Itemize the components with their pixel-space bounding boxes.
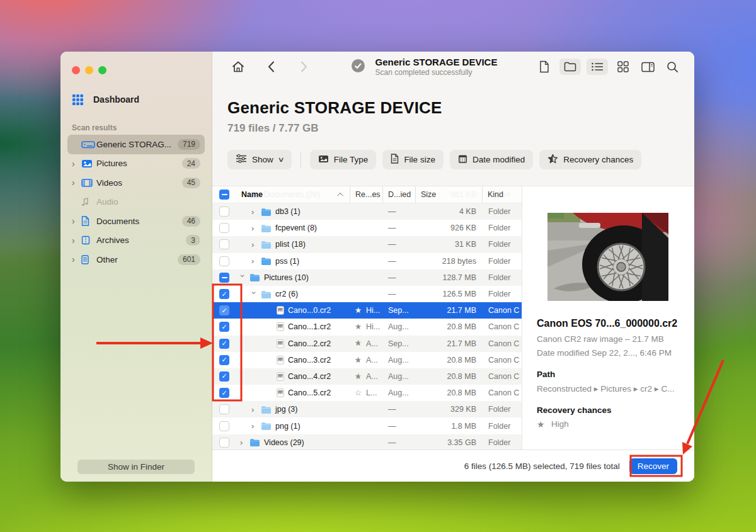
chevron-right-icon[interactable]: ›	[72, 217, 81, 225]
date-modified-cell: —	[382, 224, 415, 232]
sidebar-item-other[interactable]: ›Other601	[67, 250, 205, 269]
row-checkbox[interactable]	[219, 207, 229, 217]
folder-icon	[261, 257, 272, 265]
expand-chevron-icon[interactable]: ›	[239, 274, 247, 280]
path-value: Reconstructed ▸ Pictures ▸ cr2 ▸ C...	[537, 383, 683, 393]
folder-icon	[249, 273, 260, 281]
table-row[interactable]: ✓›cr2 (6)—126.5 MBFolder	[212, 286, 522, 302]
sidebar-item-dashboard[interactable]: Dashboard	[72, 91, 212, 108]
kind-cell: Folder	[482, 207, 522, 216]
column-header-kind[interactable]: Kind	[482, 186, 522, 203]
row-checkbox[interactable]: ✓	[219, 388, 229, 398]
chevron-right-icon[interactable]: ›	[72, 255, 81, 264]
file-name-label: Cano...3.cr2	[288, 356, 331, 365]
row-checkbox[interactable]	[219, 273, 229, 283]
column-header-recovery[interactable]: Re...es	[350, 186, 382, 203]
expand-chevron-icon[interactable]: ›	[251, 257, 257, 265]
table-row[interactable]: ›db3 (1)—4 KBFolder	[212, 203, 522, 220]
row-checkbox[interactable]: ✓	[219, 339, 229, 349]
expand-chevron-icon[interactable]: ›	[251, 422, 257, 430]
list-view-icon[interactable]	[587, 59, 608, 75]
column-header-date[interactable]: D...ied	[382, 186, 415, 203]
expand-chevron-icon[interactable]: ›	[251, 224, 257, 232]
forward-icon[interactable]	[294, 59, 313, 75]
minimize-button[interactable]	[85, 66, 93, 74]
chevron-right-icon[interactable]: ›	[72, 236, 81, 245]
table-row[interactable]: ✓Cano...1.cr2★Hi...Aug...20.8 MBCanon C	[212, 319, 522, 335]
row-checkbox[interactable]: ✓	[219, 371, 229, 382]
expand-chevron-icon[interactable]: ›	[240, 438, 246, 446]
table-row[interactable]: ✓Cano...5.cr2☆L...Aug...20.8 MBCanon C	[212, 385, 522, 401]
chevron-right-icon[interactable]: ›	[72, 178, 81, 187]
new-file-icon[interactable]	[535, 59, 554, 75]
show-filter-button[interactable]: Show ∨	[227, 150, 292, 169]
table-row[interactable]: ›fcpevent (8)—926 KBFolder	[212, 220, 522, 236]
file-type-filter-button[interactable]: File Type	[310, 150, 377, 169]
sidebar-item-pictures[interactable]: ›Pictures24	[67, 154, 205, 174]
sidebar-item-videos[interactable]: ›Videos45	[67, 173, 205, 193]
back-icon[interactable]	[261, 59, 280, 75]
table-row[interactable]: ›png (1)—1.8 MBFolder	[212, 417, 522, 434]
expand-chevron-icon[interactable]: ›	[251, 241, 257, 249]
show-in-finder-button[interactable]: Show in Finder	[77, 460, 195, 474]
date-modified-cell: Aug...	[382, 372, 415, 381]
row-checkbox[interactable]: ✓	[219, 355, 229, 365]
recovery-chance-cell: ★Hi...	[350, 322, 382, 331]
table-row[interactable]: ›pss (1)—218 bytesFolder	[212, 253, 522, 269]
header-area: Generic STORAGE DEVICE 719 files / 7.77 …	[212, 82, 694, 186]
sidebar-item-generic-storag[interactable]: Generic STORAG...719	[67, 135, 205, 154]
side-panel-icon[interactable]	[638, 59, 657, 75]
column-header-name[interactable]: Name	[236, 186, 350, 203]
row-checkbox[interactable]	[219, 239, 229, 249]
sidebar-item-documents[interactable]: ›Documents46	[67, 212, 205, 231]
count-badge: 719	[178, 139, 200, 150]
date-modified-cell: Aug...	[382, 356, 415, 365]
row-checkbox[interactable]	[219, 404, 229, 414]
expand-chevron-icon[interactable]: ›	[250, 291, 258, 297]
grid-view-icon[interactable]	[614, 59, 633, 75]
expand-chevron-icon[interactable]: ›	[251, 405, 257, 414]
photo-file-icon	[277, 388, 284, 397]
chevron-right-icon[interactable]: ›	[72, 159, 81, 168]
table-row[interactable]: ✓Cano...3.cr2☆★A...Aug...20.8 MBCanon C	[212, 352, 522, 368]
date-modified-filter-button[interactable]: Date modified	[450, 150, 533, 169]
zoom-button[interactable]	[98, 66, 106, 74]
documents-icon	[81, 216, 96, 226]
row-checkbox[interactable]: ✓	[219, 305, 229, 315]
table-row[interactable]: ✓Cano...0.cr2★Hi...Sep...21.7 MBCanon C	[212, 302, 522, 319]
row-checkbox[interactable]	[219, 421, 229, 431]
recover-button[interactable]: Recover	[629, 458, 677, 474]
scan-results-section-label: Scan results	[72, 123, 212, 132]
folder-faded-icon	[261, 241, 272, 249]
expand-chevron-icon[interactable]: ›	[251, 208, 257, 216]
recovery-chances-filter-button[interactable]: Recovery chances	[539, 150, 641, 169]
kind-cell: Folder	[482, 240, 522, 249]
row-checkbox[interactable]	[219, 223, 229, 233]
sidebar-item-audio[interactable]: Audio	[67, 193, 205, 212]
table-row[interactable]: ›plist (18)—31 KBFolder	[212, 236, 522, 252]
folder-view-icon[interactable]	[559, 59, 581, 75]
folder-faded-icon	[261, 224, 272, 232]
row-checkbox[interactable]	[219, 438, 229, 448]
row-checkbox[interactable]: ✓	[219, 322, 229, 332]
photo-file-icon	[277, 339, 284, 348]
table-row[interactable]: ✓Cano...4.cr2☆★A...Aug...20.8 MBCanon C	[212, 368, 522, 385]
close-button[interactable]	[72, 66, 80, 74]
kind-cell: Folder	[482, 422, 522, 431]
file-name-label: jpg (3)	[275, 405, 297, 414]
row-checkbox[interactable]	[219, 256, 229, 266]
dashboard-label: Dashboard	[93, 94, 139, 105]
table-row[interactable]: ✓Cano...2.cr2☆★A...Sep...21.7 MBCanon C	[212, 336, 522, 352]
table-row[interactable]: ›Videos (29)—3.35 GBFolder	[212, 434, 522, 451]
date-modified-cell: Aug...	[382, 322, 415, 331]
search-icon[interactable]	[663, 59, 682, 75]
column-header-size[interactable]: Size	[415, 186, 482, 203]
table-row[interactable]: ›jpg (3)—329 KBFolder	[212, 401, 522, 417]
file-name-label: png (1)	[275, 422, 301, 431]
file-size-filter-button[interactable]: File size	[382, 150, 444, 169]
row-checkbox[interactable]: ✓	[219, 289, 229, 299]
table-row[interactable]: ›Pictures (10)—128.7 MBFolder	[212, 269, 522, 286]
select-all-checkbox[interactable]	[219, 190, 229, 200]
home-icon[interactable]	[229, 59, 248, 75]
sidebar-item-archives[interactable]: ›Archives3	[67, 231, 205, 251]
